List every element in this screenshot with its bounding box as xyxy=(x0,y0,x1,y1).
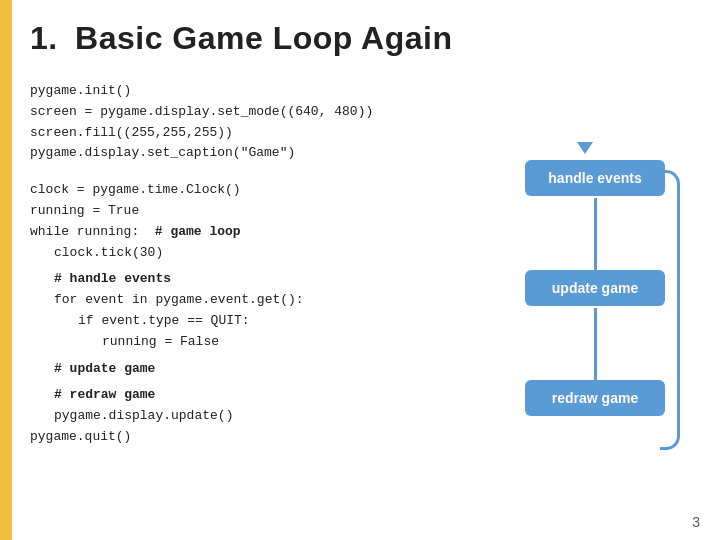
code-line: pygame.init() xyxy=(30,81,700,102)
handle-events-box: handle events xyxy=(525,160,665,196)
code-line: screen = pygame.display.set_mode((640, 4… xyxy=(30,102,700,123)
game-loop-diagram: handle events update game redraw game xyxy=(510,160,680,470)
arrow-top xyxy=(577,142,593,154)
accent-bar xyxy=(0,0,12,540)
code-block-1: pygame.init() screen = pygame.display.se… xyxy=(30,81,700,164)
connector-1 xyxy=(594,198,597,270)
main-content: 1. Basic Game Loop Again pygame.init() s… xyxy=(30,20,700,520)
update-game-box: update game xyxy=(525,270,665,306)
page-number: 3 xyxy=(692,514,700,530)
redraw-game-box: redraw game xyxy=(525,380,665,416)
page-title: 1. Basic Game Loop Again xyxy=(30,20,700,57)
code-line: screen.fill((255,255,255)) xyxy=(30,123,700,144)
connector-2 xyxy=(594,308,597,380)
